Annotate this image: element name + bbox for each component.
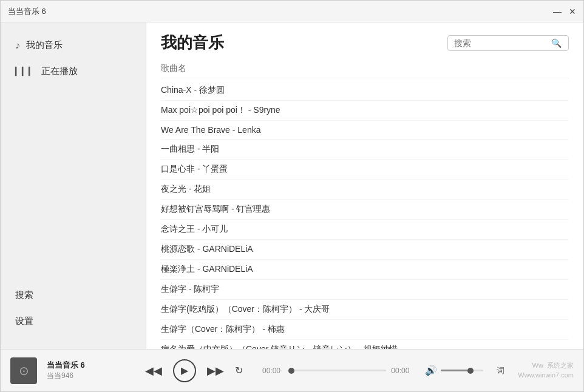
song-item[interactable]: 生僻字（Cover：陈柯宇） - 柿惠 xyxy=(161,320,569,340)
progress-knob xyxy=(288,368,294,374)
song-info: 当当音乐 6 当当946 xyxy=(47,360,126,381)
prev-button[interactable]: ◀◀ xyxy=(145,364,162,377)
player-app-name: 当当音乐 6 xyxy=(47,360,126,371)
sidebar-item-search[interactable]: 搜索 xyxy=(1,282,146,308)
song-item[interactable]: 生僻字(吃鸡版）（Cover：陈柯宇） - 大庆哥 xyxy=(161,300,569,320)
album-art: ⊙ xyxy=(10,357,37,384)
repeat-button[interactable]: ↻ xyxy=(235,365,243,376)
song-item[interactable]: 生僻字 - 陈柯宇 xyxy=(161,280,569,300)
sidebar-item-my-music[interactable]: ♪ 我的音乐 xyxy=(1,32,146,58)
window-controls: — ✕ xyxy=(553,7,576,16)
search-icon: 🔍 xyxy=(551,38,562,48)
time-total: 00:00 xyxy=(391,367,415,375)
lyrics-button[interactable]: 词 xyxy=(493,363,508,379)
search-input[interactable] xyxy=(454,38,551,48)
song-item[interactable]: 一曲相思 - 半阳 xyxy=(161,140,569,160)
play-button[interactable]: ▶ xyxy=(173,359,196,382)
player-bar: ⊙ 当当音乐 6 当当946 ◀◀ ▶ ▶▶ ↻ 00:00 00:00 🔊 词… xyxy=(1,349,583,391)
song-list-container[interactable]: 歌曲名 China-X - 徐梦圆Max poi☆poi poi poi！ - … xyxy=(146,59,583,349)
sidebar-bottom: 搜索 设置 xyxy=(1,282,146,339)
main-layout: ♪ 我的音乐 ▎▎▎ 正在播放 搜索 设置 我的音乐 🔍 歌曲名 xyxy=(1,22,583,349)
song-item[interactable]: 夜之光 - 花姐 xyxy=(161,180,569,200)
music-note-icon: ♪ xyxy=(15,40,20,51)
sidebar: ♪ 我的音乐 ▎▎▎ 正在播放 搜索 设置 xyxy=(1,22,146,349)
progress-section: 00:00 00:00 xyxy=(262,367,415,375)
volume-fill xyxy=(441,370,470,371)
song-item[interactable]: Max poi☆poi poi poi！ - S9ryne xyxy=(161,101,569,121)
titlebar: 当当音乐 6 — ✕ xyxy=(1,1,583,22)
song-item[interactable]: 極楽浄土 - GARNiDELiA xyxy=(161,260,569,280)
search-box[interactable]: 🔍 xyxy=(447,35,569,51)
sidebar-label-settings: 设置 xyxy=(15,316,33,327)
progress-bar[interactable] xyxy=(291,370,386,371)
song-item[interactable]: We Are The Brave - Lenka xyxy=(161,121,569,140)
vinyl-icon: ⊙ xyxy=(19,363,29,378)
song-item[interactable]: China-X - 徐梦圆 xyxy=(161,81,569,101)
sidebar-label-my-music: 我的音乐 xyxy=(26,39,63,51)
sidebar-label-now-playing: 正在播放 xyxy=(41,66,78,77)
minimize-button[interactable]: — xyxy=(553,7,562,16)
sidebar-item-now-playing[interactable]: ▎▎▎ 正在播放 xyxy=(1,58,146,84)
content-area: 我的音乐 🔍 歌曲名 China-X - 徐梦圆Max poi☆poi poi … xyxy=(146,22,583,349)
player-sub-name: 当当946 xyxy=(47,371,126,381)
player-controls: ◀◀ ▶ ▶▶ ↻ xyxy=(145,359,243,382)
bars-icon: ▎▎▎ xyxy=(15,67,35,76)
time-current: 00:00 xyxy=(262,367,287,375)
volume-icon: 🔊 xyxy=(425,365,437,376)
watermark: Ww 系统之家Www.winwin7.com xyxy=(518,361,574,380)
sidebar-label-search: 搜索 xyxy=(15,289,33,301)
next-button[interactable]: ▶▶ xyxy=(207,364,224,377)
song-item[interactable]: 病名为爱（中文版）（Cover 镜音リン，镜音レン） - 祖娅纳惜 xyxy=(161,340,569,349)
song-item[interactable]: 好想被钉宫辱骂啊 - 钉宫理惠 xyxy=(161,200,569,220)
app-title: 当当音乐 6 xyxy=(8,6,46,17)
volume-section: 🔊 xyxy=(425,365,483,376)
song-list-header: 歌曲名 xyxy=(161,59,569,78)
close-button[interactable]: ✕ xyxy=(569,7,576,16)
volume-knob xyxy=(467,368,474,374)
song-item[interactable]: 口是心非 - 丫蛋蛋 xyxy=(161,160,569,180)
content-header: 我的音乐 🔍 xyxy=(146,22,583,59)
sidebar-item-settings[interactable]: 设置 xyxy=(1,308,146,334)
song-list: China-X - 徐梦圆Max poi☆poi poi poi！ - S9ry… xyxy=(161,81,569,349)
volume-bar[interactable] xyxy=(441,370,483,371)
page-title: 我的音乐 xyxy=(161,32,224,53)
song-item[interactable]: 念诗之王 - 小可儿 xyxy=(161,220,569,240)
song-item[interactable]: 桃源恋歌 - GARNiDELiA xyxy=(161,240,569,260)
